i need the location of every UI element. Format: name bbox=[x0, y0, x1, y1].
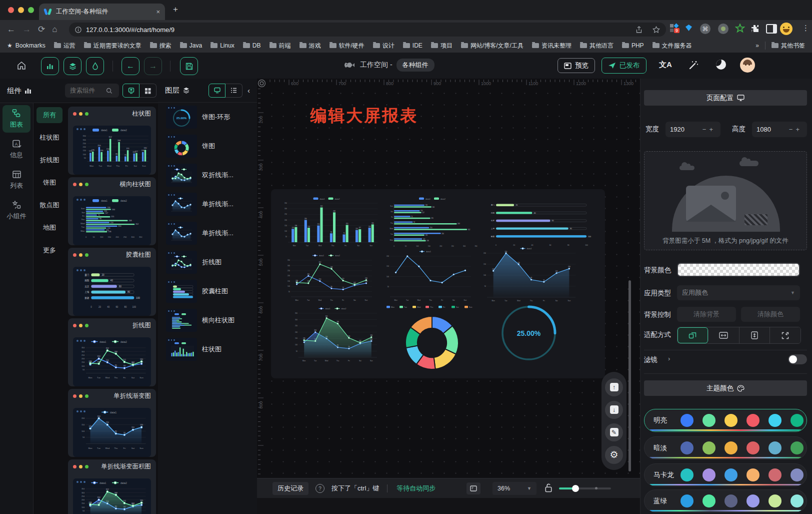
preview-button[interactable]: 预览 bbox=[558, 58, 595, 73]
redo-button[interactable]: → bbox=[144, 57, 162, 75]
component-card-单折线渐变图[interactable]: 单折线渐变图data150100150200120200150807011013… bbox=[68, 389, 156, 457]
component-card-胶囊柱图[interactable]: 胶囊柱图厦门20南阳40北京60上海80新疆100020406080100 bbox=[68, 248, 156, 316]
height-value[interactable]: 1080 bbox=[756, 126, 771, 133]
fit-fullscreen-button[interactable] bbox=[770, 327, 800, 343]
share-icon[interactable] bbox=[636, 26, 642, 34]
sidebar-item-widgets[interactable]: 小组件 bbox=[2, 197, 30, 224]
bookmark-folder[interactable]: 前端 bbox=[270, 42, 291, 50]
publish-button[interactable]: 已发布 bbox=[602, 58, 646, 74]
layer-item-柱状图[interactable]: 柱状图 bbox=[158, 335, 257, 364]
component-card-柱状图[interactable]: 柱状图data1data250100150200250300350120136M… bbox=[68, 107, 156, 175]
filter-toggle[interactable] bbox=[788, 354, 807, 364]
category-所有[interactable]: 所有 bbox=[36, 107, 62, 123]
sidepanel-icon[interactable] bbox=[766, 24, 777, 34]
width-stepper[interactable]: 1920 −+ bbox=[666, 122, 720, 137]
category-饼图[interactable]: 饼图 bbox=[36, 175, 62, 191]
category-更多[interactable]: 更多 bbox=[36, 242, 62, 258]
forward-icon[interactable]: → bbox=[22, 25, 31, 35]
bookmark-folder[interactable]: 设计 bbox=[373, 42, 394, 50]
background-upload-area[interactable]: 背景图需小于 5M ，格式为 png/jpg/gif 的文件 bbox=[644, 151, 807, 250]
layer-item-胶囊柱图[interactable]: 胶囊柱图 bbox=[158, 277, 257, 306]
star-extension-icon[interactable] bbox=[735, 24, 745, 34]
bookmark-folder[interactable]: DB bbox=[243, 42, 261, 50]
bookmark-folder[interactable]: Linux bbox=[210, 42, 234, 50]
area-line-widget[interactable]: data1501001502001202001508070110130MonTu… bbox=[477, 245, 580, 303]
width-minus-button[interactable]: − bbox=[702, 126, 710, 133]
undo-button[interactable]: ← bbox=[122, 57, 140, 75]
single-view-toggle[interactable] bbox=[122, 84, 140, 98]
slider-knob[interactable] bbox=[572, 485, 579, 492]
layer-item-单折线渐...[interactable]: 单折线渐... bbox=[158, 219, 257, 248]
layer-item-单折线渐...[interactable]: 单折线渐... bbox=[158, 190, 257, 219]
layers-list-view-toggle[interactable] bbox=[226, 84, 242, 98]
other-bookmarks[interactable]: 其他书签 bbox=[772, 42, 805, 50]
chart-panel-toggle-button[interactable] bbox=[41, 57, 59, 75]
bookmark-folder[interactable]: Java bbox=[180, 42, 202, 50]
search-field[interactable] bbox=[69, 87, 106, 95]
category-折线图[interactable]: 折线图 bbox=[36, 152, 62, 168]
save-button[interactable] bbox=[180, 57, 198, 75]
theme-row-蓝绿[interactable]: 蓝绿 bbox=[644, 489, 807, 512]
window-close-button[interactable] bbox=[8, 7, 14, 13]
height-stepper[interactable]: 1080 −+ bbox=[752, 122, 807, 137]
layers-thumbnail-view-toggle[interactable] bbox=[208, 84, 226, 98]
dual-area-widget[interactable]: data1data2501001502002503003501202001508… bbox=[288, 305, 381, 363]
bookmark-folder[interactable]: 近期需要读的文章 bbox=[84, 42, 142, 50]
lock-icon[interactable] bbox=[544, 483, 552, 493]
browser-menu-icon[interactable]: ⋮ bbox=[802, 24, 810, 33]
layout-toggle-button[interactable] bbox=[466, 482, 480, 494]
theme-row-马卡龙[interactable]: 马卡龙 bbox=[644, 463, 807, 486]
bookmark-star-icon[interactable] bbox=[652, 26, 660, 34]
dashboard-preview[interactable]: data1data250100150200250300350120136Mon2… bbox=[271, 189, 605, 378]
theme-color-header[interactable]: 主题颜色 bbox=[644, 380, 807, 396]
fit-height-button[interactable] bbox=[740, 327, 770, 343]
puzzle-extensions-icon[interactable] bbox=[750, 24, 760, 34]
user-avatar[interactable] bbox=[740, 58, 755, 73]
bookmark-folder[interactable]: 搜索 bbox=[150, 42, 172, 50]
settings-button[interactable]: ⚙ bbox=[605, 446, 623, 464]
horizontal-bar-widget[interactable]: data1data2130160Sun110117Sat70155Fri8026… bbox=[384, 195, 484, 248]
reload-icon[interactable]: ⟳ bbox=[38, 24, 45, 35]
bookmark-folder[interactable]: 项目 bbox=[431, 42, 452, 50]
sidebar-item-list[interactable]: 列表 bbox=[2, 166, 30, 194]
editor-canvas[interactable]: 6007008009001000110012001300 20030040050… bbox=[257, 79, 640, 514]
line-widget[interactable]: data150100150200MonTueWedThuFriSatSun bbox=[380, 248, 475, 302]
bookmark-folder[interactable]: 其他语言 bbox=[580, 42, 614, 50]
sidebar-item-info[interactable]: A信息 bbox=[2, 136, 30, 163]
theme-row-暗淡[interactable]: 暗淡 bbox=[644, 436, 807, 459]
dot-extension-icon[interactable] bbox=[718, 24, 728, 34]
browser-tab[interactable]: 工作空间-各种组件 × bbox=[39, 4, 165, 20]
magic-wand-icon[interactable] bbox=[688, 60, 699, 71]
layer-item-折线图[interactable]: 折线图 bbox=[158, 248, 257, 277]
bookmark-folder[interactable]: PHP bbox=[622, 42, 644, 50]
window-minimize-button[interactable] bbox=[18, 7, 24, 13]
category-地图[interactable]: 地图 bbox=[36, 220, 62, 236]
project-name-badge[interactable]: 各种组件 bbox=[396, 59, 434, 72]
app-home-icon[interactable] bbox=[16, 61, 26, 71]
clear-background-button[interactable]: 清除背景 bbox=[677, 307, 736, 322]
new-tab-button[interactable]: + bbox=[173, 5, 178, 15]
bookmarks-root[interactable]: ★ Bookmarks bbox=[7, 42, 46, 49]
bookmark-folder[interactable]: 软件/硬件 bbox=[330, 42, 364, 50]
category-柱状图[interactable]: 柱状图 bbox=[36, 130, 62, 146]
panel-scrollbar[interactable] bbox=[628, 280, 631, 471]
bookmark-folder[interactable]: 资讯未整理 bbox=[532, 42, 572, 50]
bookmark-folder[interactable]: 运营 bbox=[54, 42, 76, 50]
theme-row-明亮[interactable]: 明亮 bbox=[644, 409, 807, 432]
component-card-折线图[interactable]: 折线图data1data2501001502002503003501202001… bbox=[68, 318, 156, 386]
category-散点图[interactable]: 散点图 bbox=[36, 197, 62, 213]
layer-item-饼图-环形[interactable]: 25.00%饼图-环形 bbox=[158, 103, 257, 132]
help-icon[interactable]: ? bbox=[316, 484, 324, 493]
bg-color-swatch[interactable] bbox=[677, 263, 800, 277]
search-input[interactable] bbox=[65, 84, 119, 98]
bookmark-folder[interactable]: 游戏 bbox=[300, 42, 321, 50]
dark-mode-icon[interactable] bbox=[716, 60, 726, 70]
back-icon[interactable]: ← bbox=[7, 25, 16, 35]
progress-ring-widget[interactable]: 25.00% bbox=[485, 302, 572, 364]
zoom-select[interactable]: 36% ▼ bbox=[492, 482, 536, 495]
history-button[interactable]: 历史记录 bbox=[272, 482, 308, 495]
canvas-text-note[interactable]: 编辑大屏报表 bbox=[310, 105, 418, 127]
zoom-slider[interactable] bbox=[559, 487, 611, 489]
detail-panel-toggle-button[interactable] bbox=[86, 57, 104, 75]
site-info-icon[interactable] bbox=[75, 27, 82, 33]
